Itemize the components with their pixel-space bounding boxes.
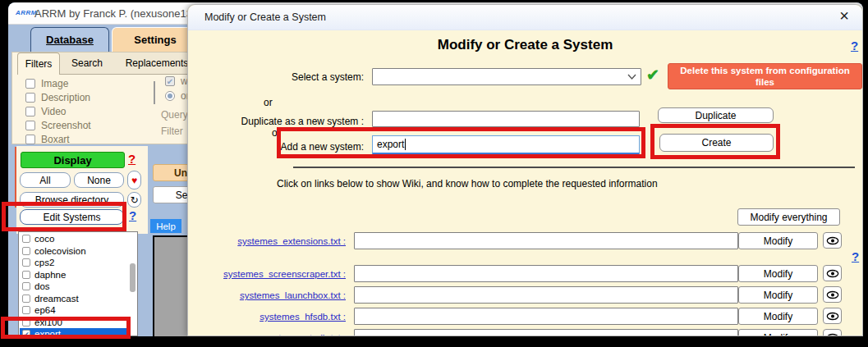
link-systemes-tgdb[interactable]: systemes_tgdb.txt : — [213, 333, 346, 336]
list-item[interactable]: daphne — [20, 269, 130, 281]
filter-label: Image — [41, 78, 68, 89]
display-button[interactable]: Display — [21, 152, 125, 168]
arrm-window-title: ARRM by Franck P. (nexusone13) & — [34, 7, 206, 20]
none-button[interactable]: None — [74, 172, 124, 188]
filter-description[interactable]: Description — [25, 92, 90, 103]
favorites-heart-button[interactable]: ♥ — [127, 171, 141, 189]
dialog-heading: Modify or Create a System — [188, 37, 862, 53]
modify-create-dialog: Modify or Create a System × Modify or Cr… — [187, 4, 863, 336]
eye-icon — [826, 312, 839, 321]
modify-button-launchbox[interactable]: Modify — [738, 286, 818, 304]
extensions-input[interactable] — [354, 232, 738, 249]
modify-button-hfsdb[interactable]: Modify — [738, 308, 818, 325]
query-label: Query — [161, 109, 188, 121]
chevron-down-icon — [627, 74, 636, 80]
link-systemes-extensions[interactable]: systemes_extensions.txt : — [213, 236, 346, 246]
list-scrollbar[interactable] — [130, 263, 135, 292]
link-systemes-screenscraper[interactable]: systemes_screenscraper.txt : — [213, 269, 346, 279]
checkbox[interactable] — [22, 306, 30, 314]
select-system-combobox[interactable] — [372, 68, 641, 85]
system-label: cps2 — [34, 258, 54, 267]
system-label: dos — [34, 281, 50, 291]
filter-label: Boxart — [41, 134, 70, 145]
filter-boxart[interactable]: Boxart — [25, 134, 70, 145]
with-checkbox-row[interactable]: ✔ wi — [165, 75, 190, 87]
refresh-button[interactable]: ↻ — [127, 192, 141, 208]
close-icon[interactable]: × — [839, 7, 849, 25]
annotation-create-button — [650, 124, 780, 159]
divider — [154, 81, 155, 104]
list-item[interactable]: colecovision — [20, 245, 130, 258]
heart-icon: ♥ — [131, 175, 137, 186]
delete-system-button[interactable]: Delete this system from configuration fi… — [668, 63, 862, 89]
checkbox[interactable] — [22, 294, 30, 303]
checkbox[interactable] — [22, 282, 30, 290]
tab-settings[interactable]: Settings — [112, 27, 199, 52]
link-systemes-hfsdb[interactable]: systemes_hfsdb.txt : — [213, 312, 346, 322]
eye-button-launchbox[interactable] — [823, 286, 842, 303]
checkbox[interactable] — [25, 135, 35, 144]
dialog-title: Modify or Create a System — [204, 11, 326, 23]
duplicate-input[interactable] — [372, 111, 640, 127]
screenshot-root: ARRM ARRM by Franck P. (nexusone13) & Da… — [0, 0, 868, 347]
tab-database[interactable]: Database — [30, 27, 109, 52]
checkbox-checked[interactable]: ✔ — [165, 76, 175, 86]
checkbox[interactable] — [22, 247, 30, 255]
all-button[interactable]: All — [20, 172, 71, 188]
rows-help-question[interactable]: ? — [852, 249, 859, 263]
filter-video[interactable]: Video — [25, 106, 66, 117]
tgdb-input[interactable] — [354, 329, 738, 336]
eye-button-tgdb[interactable] — [823, 329, 842, 336]
checkbox[interactable] — [22, 258, 30, 267]
edit-systems-help-question[interactable]: ? — [129, 208, 136, 222]
filter-label: Video — [41, 106, 66, 117]
list-item[interactable]: dreamcast — [20, 293, 130, 305]
list-item[interactable]: cps2 — [20, 257, 130, 269]
hfsdb-input[interactable] — [354, 308, 738, 325]
duplicate-button[interactable]: Duplicate — [658, 107, 774, 123]
subtab-filters[interactable]: Filters — [17, 53, 60, 75]
checkbox[interactable] — [25, 79, 35, 89]
radio-button[interactable] — [165, 91, 175, 101]
modify-button-extensions[interactable]: Modify — [738, 232, 818, 249]
eye-icon — [826, 236, 839, 245]
eye-button-extensions[interactable] — [823, 232, 842, 249]
checkbox[interactable] — [25, 93, 35, 103]
screenscraper-input[interactable] — [354, 265, 738, 282]
filter-screenshot[interactable]: Screenshot — [25, 120, 91, 131]
help-tag[interactable]: Help — [150, 219, 181, 233]
wiki-hint-text: Click on links below to show Wiki, and k… — [277, 178, 658, 189]
checkbox[interactable] — [25, 107, 35, 116]
system-label: ep64 — [34, 305, 56, 315]
launchbox-input[interactable] — [354, 286, 738, 304]
system-label: dreamcast — [34, 294, 79, 304]
eye-icon — [826, 333, 839, 337]
separator — [293, 167, 855, 168]
checkbox[interactable] — [22, 271, 30, 279]
eye-button-screenscraper[interactable] — [823, 265, 842, 281]
list-item[interactable]: coco — [20, 233, 130, 245]
system-label: coco — [34, 234, 54, 244]
checkbox[interactable] — [22, 235, 30, 243]
modify-button-screenscraper[interactable]: Modify — [738, 265, 818, 282]
filter-image[interactable]: Image — [25, 78, 68, 89]
or-radio-row[interactable]: or — [165, 90, 190, 102]
eye-button-hfsdb[interactable] — [823, 308, 842, 324]
list-item[interactable]: dos — [20, 281, 130, 293]
duplicate-label: Duplicate as a new system : — [232, 116, 364, 127]
refresh-icon: ↻ — [130, 194, 138, 206]
subtab-search[interactable]: Search — [60, 53, 114, 75]
select-system-label: Select a system: — [237, 71, 364, 83]
annotation-add-system-row — [277, 127, 645, 158]
eye-icon — [826, 290, 839, 299]
eye-icon — [826, 269, 839, 278]
filter-label: Description — [41, 92, 90, 103]
list-item[interactable]: ep64 — [20, 304, 130, 317]
checkbox[interactable] — [25, 121, 35, 130]
modify-button-tgdb[interactable]: Modify — [738, 329, 818, 336]
modify-everything-button[interactable]: Modify everything — [737, 208, 840, 226]
link-systemes-launchbox[interactable]: systemes_launchbox.txt : — [213, 290, 346, 300]
display-help-question[interactable]: ? — [128, 152, 135, 166]
filter-label: Screenshot — [41, 120, 91, 131]
dialog-help-question[interactable]: ? — [851, 39, 858, 53]
